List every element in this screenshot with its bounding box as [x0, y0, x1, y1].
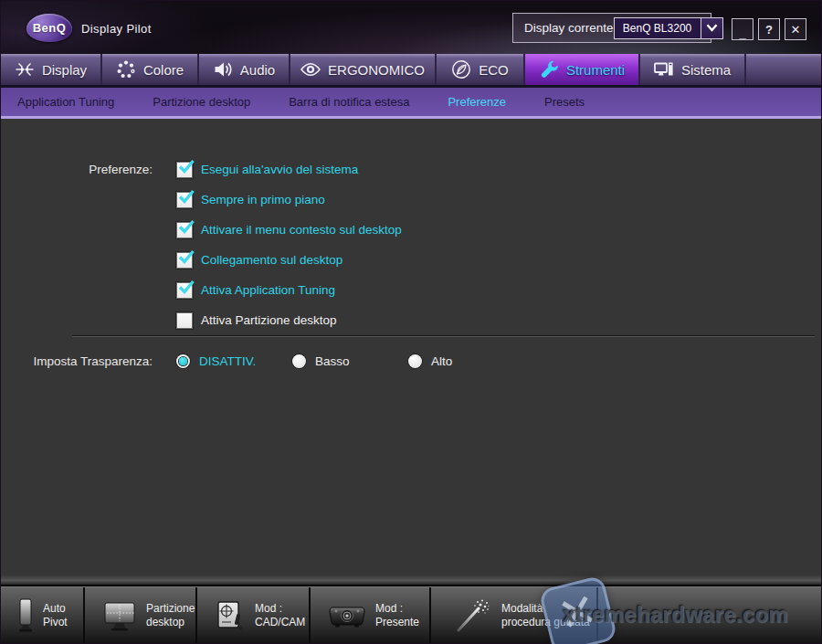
radio-label[interactable]: Basso: [315, 354, 350, 368]
subtab-partizione-desktop[interactable]: Partizione desktop: [153, 95, 250, 109]
tab-display[interactable]: Display: [1, 54, 102, 85]
checkmark-icon: [176, 187, 196, 209]
preference-label[interactable]: Attivare il menu contesto sul desktop: [201, 223, 402, 237]
radio-button-icon[interactable]: [408, 354, 422, 368]
benq-logo-text: BenQ: [33, 21, 67, 35]
checkbox[interactable]: [176, 162, 193, 178]
mod-presente-button[interactable]: Mod : Presente: [311, 587, 431, 643]
preference-row: Attivare il menu contesto sul desktop: [1, 215, 821, 245]
subtab-preferenze[interactable]: Preferenze: [448, 95, 506, 109]
radio-alto[interactable]: Alto: [408, 354, 524, 368]
window-controls: _ ? ✕: [732, 18, 806, 40]
chevron-down-icon[interactable]: [701, 18, 722, 38]
main-tabbar: Display Colore Audio: [1, 54, 821, 88]
preference-label[interactable]: Sempre in primo piano: [201, 193, 325, 206]
button-label-line2: CAD/CAM: [255, 616, 305, 629]
tab-ergonomico[interactable]: ERGONOMICO: [290, 54, 437, 85]
display-current-label: Display corrente: [524, 21, 614, 35]
tab-colore[interactable]: Colore: [102, 54, 199, 85]
speaker-icon: [213, 59, 233, 79]
preference-row: Attiva Partizione desktop: [1, 305, 821, 335]
app-title: Display Pilot: [81, 22, 152, 36]
button-label-line1: Auto: [43, 602, 68, 616]
preference-row: Collegamento sul desktop: [1, 245, 821, 275]
minimize-button[interactable]: _: [732, 18, 754, 40]
checkmark-icon: [176, 278, 196, 300]
display-compress-icon: [15, 59, 35, 79]
transparency-options: DISATTIV. Basso Alto: [176, 354, 524, 368]
preference-row: Sempre in primo piano: [1, 185, 821, 215]
button-label-line1: Mod :: [255, 602, 305, 616]
preferences-section-label: Preferenze:: [1, 163, 153, 176]
wrench-icon: [539, 59, 559, 79]
sub-tabbar: Application Tuning Partizione desktop Ba…: [1, 88, 821, 119]
auto-pivot-button[interactable]: Auto Pivot: [1, 587, 85, 643]
button-label-line1: Partizione: [146, 602, 195, 616]
pivot-monitor-icon: [16, 598, 36, 633]
tab-label: Audio: [240, 62, 275, 78]
radio-button-icon[interactable]: [176, 354, 190, 368]
radio-label[interactable]: Alto: [431, 354, 452, 368]
eco-leaf-icon: [451, 59, 471, 79]
preference-label[interactable]: Attiva Application Tuning: [201, 283, 335, 297]
desktop-partition-icon: [103, 599, 136, 632]
checkbox[interactable]: [176, 282, 193, 299]
eye-icon: [300, 59, 321, 79]
color-dots-icon: [116, 59, 136, 79]
radio-basso[interactable]: Basso: [292, 354, 408, 368]
checkbox[interactable]: [176, 222, 193, 238]
radio-label[interactable]: DISATTIV.: [199, 354, 256, 368]
radio-disattiv[interactable]: DISATTIV.: [176, 354, 292, 368]
tab-sistema[interactable]: Sistema: [640, 54, 746, 85]
close-button[interactable]: ✕: [785, 18, 806, 40]
preference-label[interactable]: Esegui alla'avvio del sistema: [201, 163, 358, 176]
bottom-bevel: [1, 575, 821, 586]
benq-logo: BenQ: [26, 14, 72, 42]
display-select[interactable]: BenQ BL3200: [614, 17, 723, 39]
tab-label: Display: [42, 62, 87, 78]
checkbox[interactable]: [176, 192, 193, 208]
cadcam-document-icon: [216, 599, 245, 632]
tab-label: Sistema: [681, 62, 731, 78]
checkbox[interactable]: [176, 312, 193, 329]
display-current-box: Display corrente BenQ BL3200: [512, 13, 711, 43]
tab-label: Strumenti: [566, 62, 625, 78]
radio-button-icon[interactable]: [292, 354, 306, 368]
subtab-presets[interactable]: Presets: [544, 95, 585, 109]
button-label-line2: Pivot: [43, 616, 68, 629]
display-select-value[interactable]: BenQ BL3200: [615, 18, 701, 38]
tab-audio[interactable]: Audio: [199, 54, 290, 85]
magic-wand-icon: [455, 597, 491, 634]
preference-row: Attiva Application Tuning: [1, 275, 821, 305]
preference-label[interactable]: Attiva Partizione desktop: [201, 313, 337, 327]
tab-label: ECO: [479, 62, 509, 78]
partizione-desktop-button[interactable]: Partizione desktop: [85, 587, 197, 643]
radio-dot: [179, 357, 187, 365]
tab-strumenti[interactable]: Strumenti: [525, 54, 640, 85]
watermark-text: xtremehardware.com: [563, 602, 788, 628]
mod-cadcam-button[interactable]: Mod : CAD/CAM: [197, 587, 311, 643]
subtab-application-tuning[interactable]: Application Tuning: [17, 95, 114, 109]
checkbox[interactable]: [176, 252, 193, 269]
preferences-section: Preferenze: Esegui alla'avvio del sistem…: [1, 119, 821, 335]
system-monitor-icon: [654, 59, 674, 79]
titlebar: BenQ Display Pilot Display corrente BenQ…: [1, 1, 821, 54]
section-divider: [72, 335, 815, 337]
transparency-section: Imposta Trasparenza: DISATTIV. Basso Alt…: [1, 345, 821, 376]
content-spacer: [1, 376, 821, 575]
subtab-barra-notifica[interactable]: Barra di notifica estesa: [289, 95, 409, 109]
tab-eco[interactable]: ECO: [437, 54, 525, 85]
help-button[interactable]: ?: [758, 18, 780, 40]
bottom-toolbar: Auto Pivot Partizione desktop: [1, 586, 821, 643]
button-label-line1: Mod :: [375, 602, 419, 616]
tab-label: Colore: [143, 62, 184, 78]
button-label-line2: desktop: [146, 616, 195, 629]
content-area: Preferenze: Esegui alla'avvio del sistem…: [1, 119, 821, 586]
preference-row: Preferenze: Esegui alla'avvio del sistem…: [1, 154, 821, 185]
display-pilot-window: BenQ Display Pilot Display corrente BenQ…: [0, 0, 822, 644]
checkmark-icon: [176, 217, 196, 239]
preference-label[interactable]: Collegamento sul desktop: [201, 253, 342, 267]
transparency-section-label: Imposta Trasparenza:: [1, 354, 153, 368]
checkmark-icon: [176, 248, 196, 269]
checkmark-icon: [176, 157, 196, 179]
